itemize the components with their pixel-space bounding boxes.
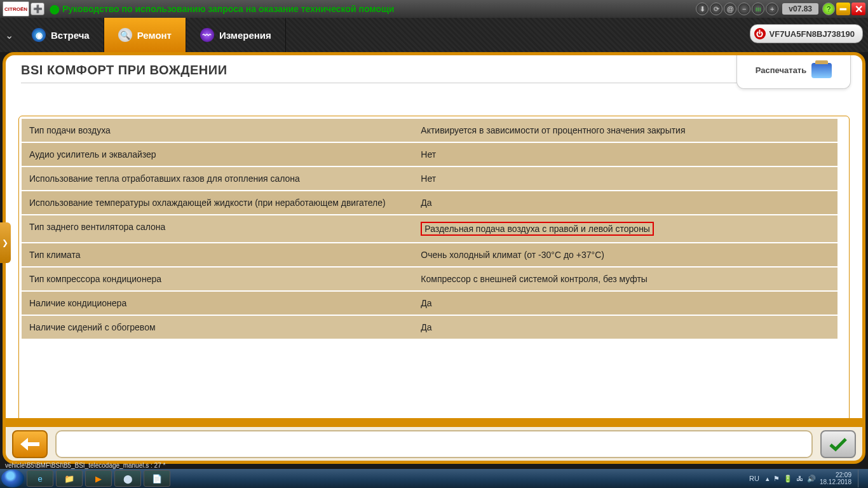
param-label: Тип подачи воздуха bbox=[22, 119, 413, 142]
table-row[interactable]: Наличие сидений с обогревомДа bbox=[22, 316, 837, 340]
param-label: Тип заднего вентилятора салона bbox=[22, 215, 413, 242]
main-tabbar: ⌄ ◉ Встреча 🔍 Ремонт 〰 Измерения ⏻ VF7UA… bbox=[0, 18, 868, 52]
clock-time: 22:09 bbox=[820, 471, 851, 478]
param-label: Аудио усилитель и эквалайзер bbox=[22, 143, 413, 166]
param-label: Наличие кондиционера bbox=[22, 292, 413, 315]
param-value: Да bbox=[413, 191, 837, 214]
table-row[interactable]: Аудио усилитель и эквалайзерНет bbox=[22, 143, 837, 167]
tab-measure[interactable]: 〰 Измерения bbox=[186, 18, 286, 52]
status-path: vehicle\B5\BMF\BSI\B5_BSI_telecodage_man… bbox=[5, 462, 165, 469]
tab-measure-label: Измерения bbox=[219, 30, 271, 41]
language-indicator[interactable]: RU bbox=[749, 475, 759, 482]
table-row[interactable]: Использование тепла отработавших газов д… bbox=[22, 167, 837, 191]
signal-icon[interactable]: ııı bbox=[752, 3, 764, 15]
title-label: Руководство по использованию запроса на … bbox=[62, 4, 394, 14]
param-label: Использование тепла отработавших газов д… bbox=[22, 167, 413, 190]
param-value: Нет bbox=[413, 143, 837, 166]
info-icon: ⬤ bbox=[50, 4, 60, 14]
version-badge: v07.83 bbox=[782, 3, 818, 15]
back-button[interactable] bbox=[12, 430, 48, 458]
param-value: Раздельная подача воздуха с правой и лев… bbox=[413, 215, 837, 242]
minimize-button[interactable]: ━ bbox=[836, 3, 850, 15]
table-row[interactable]: Тип компрессора кондиционераКомпрессор с… bbox=[22, 268, 837, 292]
windows-taskbar: e 📁 ▶ ⬤ 📄 RU ▴ ⚑ 🔋 🖧 🔊 22:09 18.12.2018 bbox=[0, 469, 868, 488]
table-row[interactable]: Использование температуры охлаждающей жи… bbox=[22, 191, 837, 215]
tab-meeting-label: Встреча bbox=[51, 30, 90, 41]
down-icon[interactable]: ⬇ bbox=[696, 3, 709, 15]
tray-flag-icon[interactable]: ⚑ bbox=[773, 475, 780, 483]
side-expand-handle[interactable]: ❯ bbox=[0, 222, 11, 263]
table-row[interactable]: Наличие кондиционераДа bbox=[22, 292, 837, 316]
vin-badge[interactable]: ⏻ VF7UA5FN8BJ738190 bbox=[750, 24, 863, 43]
tab-meeting[interactable]: ◉ Встреча bbox=[18, 18, 104, 52]
printer-icon bbox=[811, 63, 832, 78]
param-value: Активируется в зависимости от процентног… bbox=[413, 119, 837, 142]
search-icon: 🔍 bbox=[118, 28, 132, 42]
tray-volume-icon[interactable]: 🔊 bbox=[807, 475, 816, 483]
taskbar-ie-icon[interactable]: e bbox=[27, 470, 53, 487]
collapse-chevron-icon[interactable]: ⌄ bbox=[0, 18, 18, 52]
param-label: Тип компрессора кондиционера bbox=[22, 268, 413, 290]
print-button[interactable]: Распечатать bbox=[736, 52, 851, 89]
table-row[interactable]: Тип заднего вентилятора салонаРаздельная… bbox=[22, 215, 837, 243]
refresh-icon[interactable]: ⟳ bbox=[710, 3, 722, 15]
brand-logo: CITROËN bbox=[3, 1, 29, 17]
tab-repair[interactable]: 🔍 Ремонт bbox=[104, 18, 186, 52]
confirm-button[interactable] bbox=[820, 430, 856, 458]
print-label: Распечатать bbox=[756, 65, 806, 75]
start-button[interactable] bbox=[1, 470, 24, 487]
param-value: Компрессор с внешней системой контроля, … bbox=[413, 268, 837, 290]
footer-bar bbox=[3, 418, 865, 464]
param-label: Использование температуры охлаждающей жи… bbox=[22, 191, 413, 214]
system-tray: RU ▴ ⚑ 🔋 🖧 🔊 22:09 18.12.2018 bbox=[749, 470, 868, 487]
table-row[interactable]: Тип подачи воздухаАктивируется в зависим… bbox=[22, 119, 837, 143]
vin-text: VF7UA5FN8BJ738190 bbox=[770, 29, 855, 39]
taskbar-explorer-icon[interactable]: 📁 bbox=[56, 470, 83, 487]
content-frame: BSI КОМФОРТ ПРИ ВОЖДЕНИИ Распечатать Тип… bbox=[3, 52, 865, 445]
add-button[interactable]: ➕ bbox=[31, 3, 44, 15]
globe-icon: ◉ bbox=[32, 28, 46, 42]
plus-icon[interactable]: + bbox=[766, 3, 778, 15]
taskbar-clock[interactable]: 22:09 18.12.2018 bbox=[820, 471, 851, 485]
wave-icon: 〰 bbox=[200, 28, 214, 42]
table-row[interactable]: Тип климатаОчень холодный климат (от -30… bbox=[22, 243, 837, 268]
tray-chevron-icon[interactable]: ▴ bbox=[766, 475, 770, 483]
taskbar-app1-icon[interactable]: ⬤ bbox=[114, 470, 141, 487]
taskbar-notepad-icon[interactable]: 📄 bbox=[144, 470, 170, 487]
clock-date: 18.12.2018 bbox=[820, 478, 851, 485]
parameters-table: Тип подачи воздухаАктивируется в зависим… bbox=[18, 116, 850, 430]
tray-battery-icon[interactable]: 🔋 bbox=[783, 475, 792, 483]
param-label: Наличие сидений с обогревом bbox=[22, 316, 413, 339]
param-value: Да bbox=[413, 316, 837, 339]
at-icon[interactable]: @ bbox=[724, 3, 736, 15]
taskbar-media-icon[interactable]: ▶ bbox=[85, 470, 112, 487]
title-text: ⬤ Руководство по использованию запроса н… bbox=[50, 4, 696, 14]
tray-network-icon[interactable]: 🖧 bbox=[796, 475, 803, 482]
param-value: Очень холодный климат (от -30°C до +37°C… bbox=[413, 243, 837, 266]
help-icon[interactable]: ? bbox=[822, 3, 835, 15]
show-desktop-button[interactable] bbox=[858, 470, 864, 487]
content-header: BSI КОМФОРТ ПРИ ВОЖДЕНИИ Распечатать bbox=[6, 55, 862, 100]
app-titlebar: CITROËN ➕ ⬤ Руководство по использованию… bbox=[0, 0, 868, 18]
command-input[interactable] bbox=[55, 430, 813, 458]
power-icon: ⏻ bbox=[754, 28, 766, 39]
param-label: Тип климата bbox=[22, 243, 413, 266]
svg-marker-0 bbox=[20, 438, 39, 451]
close-button[interactable]: ✕ bbox=[851, 3, 865, 15]
param-value: Нет bbox=[413, 167, 837, 190]
table-scroll-area[interactable]: Тип подачи воздухаАктивируется в зависим… bbox=[22, 119, 837, 427]
tab-repair-label: Ремонт bbox=[137, 30, 172, 41]
param-value: Да bbox=[413, 292, 837, 315]
page-title: BSI КОМФОРТ ПРИ ВОЖДЕНИИ bbox=[21, 63, 847, 83]
minus-icon[interactable]: − bbox=[738, 3, 750, 15]
